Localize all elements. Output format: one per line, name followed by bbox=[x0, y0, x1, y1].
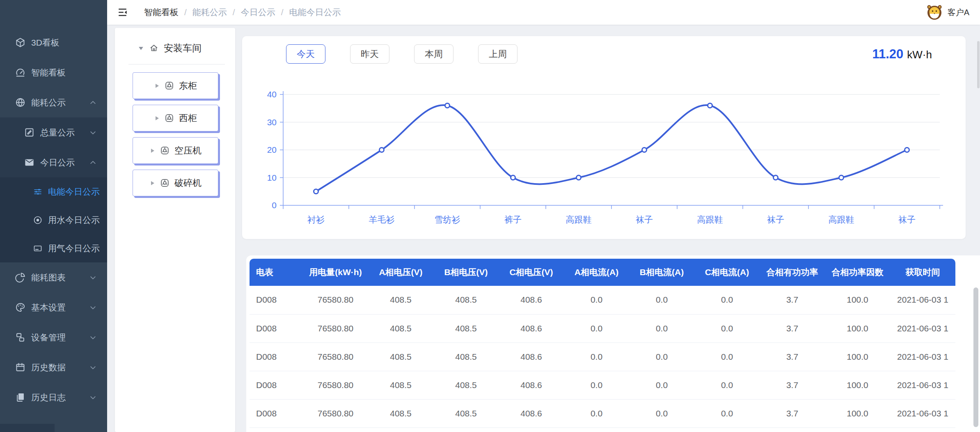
sidebar-item-label: 能耗公示 bbox=[31, 97, 66, 108]
svg-text:30: 30 bbox=[267, 117, 277, 127]
table-cell: 408.6 bbox=[499, 371, 564, 399]
sidebar-item-history-logs[interactable]: 历史日志 bbox=[0, 382, 107, 412]
user-menu[interactable]: 客户A bbox=[925, 3, 969, 21]
table-cell: 408.6 bbox=[499, 399, 564, 427]
table-cell: 76580.80 bbox=[303, 371, 368, 399]
table-cell: 0.0 bbox=[564, 371, 629, 399]
tree-node-east-cabinet[interactable]: 东柜 bbox=[133, 72, 218, 99]
table-cell: 3.7 bbox=[760, 286, 825, 314]
sidebar-item-label: 智能看板 bbox=[31, 67, 66, 78]
sidebar-item-energy-charts[interactable]: 能耗图表 bbox=[0, 262, 107, 292]
table-cell: 408.5 bbox=[368, 314, 433, 342]
table-cell: 0.0 bbox=[629, 371, 694, 399]
svg-text:雪纺衫: 雪纺衫 bbox=[435, 215, 460, 224]
table-cell: D008 bbox=[250, 286, 303, 314]
cube-icon bbox=[15, 37, 26, 48]
sidebar-item-basic-settings[interactable]: 基本设置 bbox=[0, 292, 107, 322]
table-cell: D008 bbox=[250, 371, 303, 399]
tree-root-label: 安装车间 bbox=[164, 42, 201, 55]
device-icon bbox=[160, 145, 170, 156]
table-cell: 100.0 bbox=[825, 286, 890, 314]
svg-text:袜子: 袜子 bbox=[636, 215, 653, 224]
svg-text:40: 40 bbox=[267, 90, 277, 99]
sidebar-item-history-data[interactable]: 历史数据 bbox=[0, 352, 107, 382]
sidebar-menu: 3D看板智能看板能耗公示总量公示今日公示电能今日公示用水今日公示用气今日公示能耗… bbox=[0, 0, 107, 412]
sidebar-item-label: 3D看板 bbox=[31, 37, 60, 48]
table-cell: 100.0 bbox=[825, 399, 890, 427]
svg-text:10: 10 bbox=[267, 173, 277, 182]
tree-node-label: 西柜 bbox=[179, 112, 197, 124]
tree-node-air-compressor[interactable]: 空压机 bbox=[133, 137, 218, 164]
table-cell: 0.0 bbox=[629, 314, 694, 342]
column-header: A相电压(V) bbox=[368, 259, 433, 286]
tree-node-west-cabinet[interactable]: 西柜 bbox=[133, 105, 218, 131]
sidebar-item-device-management[interactable]: 设备管理 bbox=[0, 322, 107, 352]
sidebar-item-smart-board[interactable]: 智能看板 bbox=[0, 57, 107, 87]
docs-icon bbox=[15, 392, 26, 403]
table-cell: 76580.80 bbox=[303, 342, 368, 371]
table-cell: 0.0 bbox=[629, 399, 694, 427]
table-cell: 0.0 bbox=[694, 314, 760, 342]
caret-right-icon[interactable] bbox=[154, 115, 160, 121]
range-button-yesterday[interactable]: 昨天 bbox=[350, 44, 389, 64]
range-button-last-week[interactable]: 上周 bbox=[478, 44, 517, 64]
breadcrumb-item[interactable]: 智能看板 bbox=[144, 7, 179, 18]
caret-down-icon[interactable] bbox=[138, 45, 144, 51]
breadcrumb-item[interactable]: 能耗公示 bbox=[192, 7, 227, 18]
breadcrumb-separator: / bbox=[184, 7, 187, 17]
table-cell: 3.7 bbox=[760, 371, 825, 399]
sidebar-item-water-today[interactable]: 用水今日公示 bbox=[0, 206, 107, 234]
range-toolbar: 今天昨天本周上周 bbox=[286, 44, 542, 64]
caret-right-icon[interactable] bbox=[149, 180, 155, 186]
sidebar-item-label: 历史日志 bbox=[31, 392, 66, 403]
sidebar-item-electric-today[interactable]: 电能今日公示 bbox=[0, 177, 107, 206]
tree-node-crusher[interactable]: 破碎机 bbox=[133, 170, 218, 196]
table-cell: 408.5 bbox=[368, 286, 433, 314]
table-cell: 0.0 bbox=[694, 371, 760, 399]
table-cell: 76580.80 bbox=[303, 286, 368, 314]
caret-right-icon[interactable] bbox=[154, 83, 160, 89]
table-cell: 2021-06-03 1 bbox=[890, 371, 955, 399]
sliders-icon bbox=[33, 187, 43, 197]
device-icon bbox=[164, 80, 174, 91]
sidebar-item-total-public[interactable]: 总量公示 bbox=[0, 117, 107, 147]
table-row[interactable]: D00876580.80408.5408.5408.60.00.00.03.71… bbox=[250, 371, 955, 399]
sidebar-item-gas-today[interactable]: 用气今日公示 bbox=[0, 234, 107, 262]
column-header: B相电压(V) bbox=[433, 259, 499, 286]
column-header: C相电流(A) bbox=[694, 259, 760, 286]
menu-fold-icon[interactable] bbox=[118, 7, 128, 17]
tree-node-label: 空压机 bbox=[174, 145, 201, 157]
window-scrollbar-thumb[interactable] bbox=[977, 41, 980, 88]
table-cell: 408.5 bbox=[433, 371, 499, 399]
table-row[interactable]: D00876580.80408.5408.5408.60.00.00.03.71… bbox=[250, 342, 955, 371]
svg-text:羊毛衫: 羊毛衫 bbox=[369, 215, 395, 224]
chevron-down-icon bbox=[89, 274, 96, 281]
table-cell: 0.0 bbox=[694, 342, 760, 371]
sidebar-item-today-public[interactable]: 今日公示 bbox=[0, 147, 107, 177]
table-cell: 408.5 bbox=[368, 371, 433, 399]
table-row[interactable]: D00876580.80408.5408.5408.60.00.00.03.71… bbox=[250, 286, 955, 314]
chevron-down-icon bbox=[89, 364, 96, 371]
table-row[interactable]: D00876580.80408.5408.5408.60.00.00.03.71… bbox=[250, 399, 955, 427]
table-row[interactable]: D00876580.80408.5408.5408.60.00.00.03.71… bbox=[250, 314, 955, 342]
sidebar-item-label: 今日公示 bbox=[40, 157, 75, 168]
sidebar-item-label: 电能今日公示 bbox=[48, 186, 100, 198]
range-button-this-week[interactable]: 本周 bbox=[414, 44, 453, 64]
divider bbox=[128, 64, 225, 64]
breadcrumb-item[interactable]: 今日公示 bbox=[241, 7, 275, 18]
sidebar-item-energy-public[interactable]: 能耗公示 bbox=[0, 87, 107, 117]
radio-icon bbox=[33, 215, 43, 225]
caret-right-icon[interactable] bbox=[149, 148, 155, 154]
sidebar-item-label: 用水今日公示 bbox=[48, 214, 100, 226]
tree-node-label: 东柜 bbox=[179, 80, 197, 92]
table-cell: 76580.80 bbox=[303, 399, 368, 427]
table-scrollbar-thumb[interactable] bbox=[973, 287, 978, 427]
table-cell: 0.0 bbox=[629, 286, 694, 314]
range-button-today[interactable]: 今天 bbox=[286, 44, 325, 64]
table-cell: 408.5 bbox=[368, 342, 433, 371]
column-header: C相电压(V) bbox=[499, 259, 564, 286]
breadcrumb-item[interactable]: 电能今日公示 bbox=[289, 7, 341, 18]
table-cell: 0.0 bbox=[629, 342, 694, 371]
tree-root[interactable]: 安装车间 bbox=[138, 39, 235, 57]
sidebar-item-3d-board[interactable]: 3D看板 bbox=[0, 28, 107, 57]
